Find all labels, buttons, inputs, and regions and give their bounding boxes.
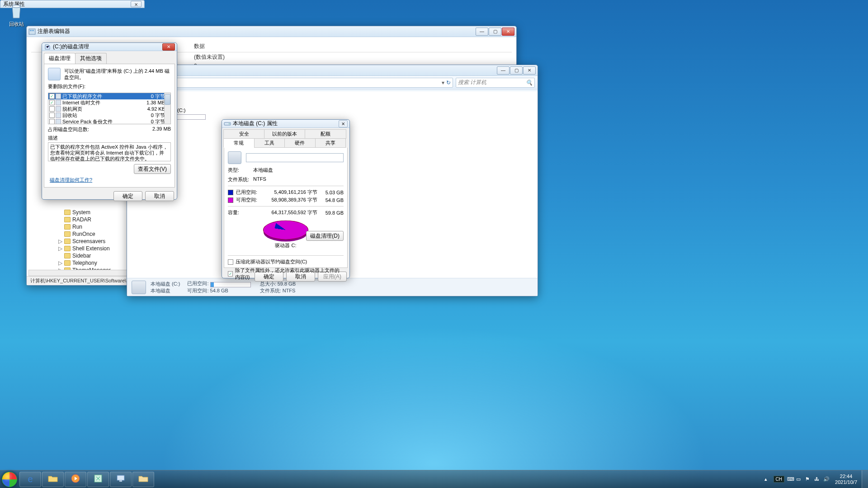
compress-checkbox[interactable] [228, 259, 233, 265]
close-button[interactable]: ⨯ [339, 120, 348, 127]
taskbar-app2[interactable] [110, 472, 132, 487]
tab-hardware[interactable]: 硬件 [284, 138, 316, 148]
tray-battery-icon[interactable]: ▭ [796, 476, 802, 483]
file-item[interactable]: ✓Internet 临时文件1.38 MB [48, 99, 170, 106]
tray-network-icon[interactable]: 🖧 [814, 476, 821, 483]
svg-rect-3 [32, 30, 34, 31]
svg-rect-2 [30, 30, 32, 31]
file-item[interactable]: 脱机网页4.92 KB [48, 106, 170, 112]
taskbar-app1[interactable] [87, 472, 109, 487]
recycle-bin[interactable]: 回收站 [3, 3, 30, 28]
tree-label: RADAR [72, 216, 91, 223]
tree-item[interactable]: ▷Telephony [30, 259, 125, 267]
close-button[interactable]: ✕ [523, 66, 536, 75]
tray-time: 22:44 [835, 474, 857, 479]
index-checkbox[interactable]: ✓ [228, 271, 233, 277]
tab-previous[interactable]: 以前的版本 [264, 129, 305, 139]
tab-general[interactable]: 常规 [223, 138, 255, 148]
tray-clock[interactable]: 22:44 2021/10/7 [832, 474, 860, 485]
close-button[interactable]: ✕ [162, 43, 175, 51]
scrollbar-vertical[interactable] [164, 93, 170, 124]
tree-item[interactable]: RADAR [30, 216, 125, 223]
taskbar-ie[interactable]: e [19, 472, 41, 487]
folder-icon [64, 217, 71, 222]
used-label: 已用空间: [236, 189, 259, 196]
view-files-button[interactable]: 查看文件(V) [134, 164, 171, 174]
driveprops-titlebar[interactable]: 本地磁盘 (C:) 属性 ⨯ [222, 120, 349, 128]
cleanup-titlebar[interactable]: (C:)的磁盘清理 ✕ [42, 43, 177, 51]
file-item[interactable]: ✓已下载的程序文件0 字节 [48, 93, 170, 99]
file-checkbox[interactable] [49, 113, 55, 118]
tab-tools[interactable]: 工具 [254, 138, 285, 148]
app-icon [94, 474, 103, 485]
file-size: 4.92 KB [140, 106, 165, 112]
expand-icon[interactable]: ▷ [58, 238, 62, 244]
details-fs-label: 文件系统: [260, 288, 281, 293]
start-button[interactable] [0, 470, 19, 488]
free-label: 可用空间: [236, 197, 259, 203]
taskbar-wmp[interactable] [65, 472, 86, 487]
cancel-button[interactable]: 取消 [145, 191, 174, 201]
show-desktop-button[interactable] [862, 470, 868, 488]
expand-icon[interactable]: ▷ [58, 260, 62, 266]
data-row[interactable]: (数值未设置) [194, 52, 512, 62]
tray-expand-icon[interactable]: ▴ [764, 476, 771, 483]
tree-item[interactable]: Sidebar [30, 252, 125, 259]
col-data: 数据 [194, 42, 205, 50]
sysprops-close-button[interactable]: ⨯ [131, 1, 142, 7]
taskbar-explorer[interactable] [42, 472, 64, 487]
tray-keyboard-icon[interactable]: ⌨ [787, 476, 793, 483]
tab-other[interactable]: 其他选项 [75, 53, 107, 64]
capacity-pie-chart [263, 219, 308, 241]
taskbar-app3[interactable] [132, 472, 154, 487]
tray-volume-icon[interactable]: 🔊 [823, 476, 830, 483]
tree-pane: SystemRADARRunRunOnce▷Screensavers▷Shell… [30, 209, 125, 274]
tree-item[interactable]: ▷Screensavers [30, 238, 125, 245]
tab-sharing[interactable]: 共享 [315, 138, 346, 148]
fs-value: NTFS [253, 176, 266, 183]
file-checkbox[interactable]: ✓ [49, 94, 55, 99]
file-checkbox[interactable] [49, 106, 55, 112]
file-checkbox[interactable]: ✓ [49, 100, 55, 105]
files-list[interactable]: ✓已下载的程序文件0 字节✓Internet 临时文件1.38 MB脱机网页4.… [48, 93, 171, 124]
expand-icon[interactable]: ▷ [58, 245, 62, 252]
breadcrumb-dropdown-icon[interactable]: ▾ [442, 80, 444, 86]
details-fs-value: NTFS [283, 288, 296, 293]
tab-security[interactable]: 安全 [223, 129, 264, 139]
file-icon [56, 94, 61, 99]
regedit-titlebar[interactable]: 注册表编辑器 — ▢ ✕ [27, 26, 516, 37]
tray-lang[interactable]: CH [774, 476, 784, 483]
tree-item[interactable]: Run [30, 223, 125, 230]
folder-icon [64, 260, 71, 266]
cleanup-info-text: 可以使用“磁盘清理”来释放 (C:) 上的 2.44 MB 磁盘空间。 [64, 68, 171, 80]
disk-cleanup-button[interactable]: 磁盘清理(D) [306, 231, 344, 241]
tab-cleanup[interactable]: 磁盘清理 [44, 53, 75, 64]
refresh-icon[interactable]: ↻ [446, 80, 451, 86]
tab-quota[interactable]: 配额 [305, 129, 346, 139]
group-hard-drives[interactable]: ▲硬盘 (1) [133, 98, 531, 105]
used-gb: 5.03 GB [320, 190, 344, 195]
tree-label: RunOnce [72, 231, 95, 237]
how-cleanup-works-link[interactable]: 磁盘清理如何工作? [50, 177, 92, 183]
tree-item[interactable]: ▷Shell Extension [30, 245, 125, 252]
drive-icon [228, 151, 241, 164]
file-item[interactable]: 回收站0 字节 [48, 112, 170, 118]
maximize-button[interactable]: ▢ [489, 28, 501, 36]
tray-flag-icon[interactable]: ⚑ [805, 476, 811, 483]
file-item[interactable]: Service Pack 备份文件0 字节 [48, 118, 170, 124]
minimize-button[interactable]: — [476, 28, 488, 36]
scrollbar-thumb[interactable] [165, 94, 170, 105]
ok-button[interactable]: 确定 [113, 191, 142, 201]
cleanup-info-icon [48, 68, 61, 80]
drive-label-input[interactable] [246, 153, 344, 162]
maximize-button[interactable]: ▢ [510, 66, 523, 75]
search-input[interactable]: 搜索 计算机 🔍 [456, 78, 535, 88]
explorer-titlebar[interactable]: — ▢ ✕ [127, 65, 538, 76]
tree-item[interactable]: RunOnce [30, 230, 125, 238]
close-button[interactable]: ✕ [502, 28, 514, 36]
tree-item[interactable]: System [30, 209, 125, 216]
minimize-button[interactable]: — [497, 66, 509, 75]
breadcrumb[interactable]: ▶ ▾ ↻ [157, 78, 453, 88]
file-checkbox[interactable] [49, 119, 55, 124]
cleanup-icon [44, 43, 51, 51]
